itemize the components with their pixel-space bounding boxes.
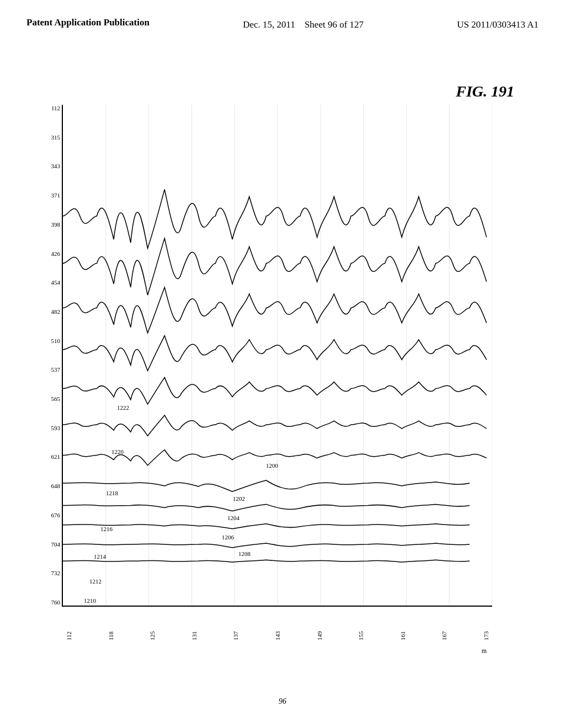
x-axis-labels: 112 118 125 131 137 143 149 155 161 167 … bbox=[63, 628, 492, 644]
x-label: 155 bbox=[358, 628, 364, 644]
x-axis-unit: m bbox=[482, 647, 487, 655]
date-sheet: Dec. 15, 2011 Sheet 96 of 127 bbox=[243, 15, 364, 32]
y-axis-labels: 760 732 704 676 648 621 593 565 537 510 … bbox=[41, 105, 60, 606]
page-number: 96 bbox=[279, 697, 286, 706]
date: Dec. 15, 2011 bbox=[243, 19, 295, 30]
curve-label-1212: 1212 bbox=[89, 578, 102, 585]
curve-label-1200: 1200 bbox=[266, 462, 278, 469]
curve-label-1202: 1202 bbox=[233, 495, 245, 502]
curve-label-1206: 1206 bbox=[222, 534, 234, 540]
x-label: 125 bbox=[149, 628, 156, 644]
y-label: 732 bbox=[41, 570, 60, 576]
y-label: 426 bbox=[41, 250, 60, 257]
y-label: 482 bbox=[41, 308, 60, 315]
fig-number: FIG. 191 bbox=[456, 83, 514, 100]
y-label: 704 bbox=[41, 541, 60, 548]
curve-label-1208: 1208 bbox=[238, 550, 250, 557]
curve-label-1214: 1214 bbox=[94, 553, 106, 560]
curve-label-1222: 1222 bbox=[117, 404, 129, 411]
y-label: 760 bbox=[41, 599, 60, 606]
x-label: 173 bbox=[483, 628, 489, 644]
y-label: 537 bbox=[41, 366, 60, 373]
y-label: 371 bbox=[41, 192, 60, 199]
curve-label-1204: 1204 bbox=[227, 515, 239, 521]
x-label: 149 bbox=[316, 628, 323, 644]
publication-label: Patent Application Publication bbox=[26, 15, 150, 30]
figure-label: FIG. 191 bbox=[456, 83, 514, 100]
x-label: 161 bbox=[399, 628, 406, 644]
curve-label-1216: 1216 bbox=[100, 526, 113, 532]
chart-container: .wave { fill: none; stroke: #000; stroke… bbox=[62, 105, 492, 607]
y-label: 343 bbox=[41, 163, 60, 169]
y-label: 315 bbox=[41, 134, 60, 141]
x-label: 112 bbox=[66, 628, 72, 644]
sheet-info: Sheet 96 of 127 bbox=[305, 19, 364, 30]
y-label: 398 bbox=[41, 221, 60, 228]
y-label: 593 bbox=[41, 425, 60, 431]
x-label: 143 bbox=[274, 628, 281, 644]
x-label: 118 bbox=[108, 628, 114, 644]
y-label: 112 bbox=[41, 105, 60, 111]
patent-number: US 2011/0303413 A1 bbox=[457, 15, 539, 32]
x-label: 167 bbox=[441, 628, 447, 644]
main-content: FIG. 191 .wave { fill: none; stroke: #00… bbox=[33, 72, 543, 673]
x-label: 131 bbox=[191, 628, 198, 644]
chart-svg: .wave { fill: none; stroke: #000; stroke… bbox=[63, 105, 492, 606]
curve-label-1210: 1210 bbox=[84, 597, 96, 604]
y-label: 621 bbox=[41, 453, 60, 460]
y-label: 648 bbox=[41, 483, 60, 489]
y-label: 676 bbox=[41, 512, 60, 518]
curve-label-1220: 1220 bbox=[111, 448, 124, 455]
y-label: 565 bbox=[41, 395, 60, 402]
curve-label-1218: 1218 bbox=[106, 490, 118, 496]
diagram-area: FIG. 191 .wave { fill: none; stroke: #00… bbox=[45, 72, 531, 651]
y-label: 510 bbox=[41, 338, 60, 344]
x-label: 137 bbox=[232, 628, 239, 644]
y-label: 454 bbox=[41, 279, 60, 286]
